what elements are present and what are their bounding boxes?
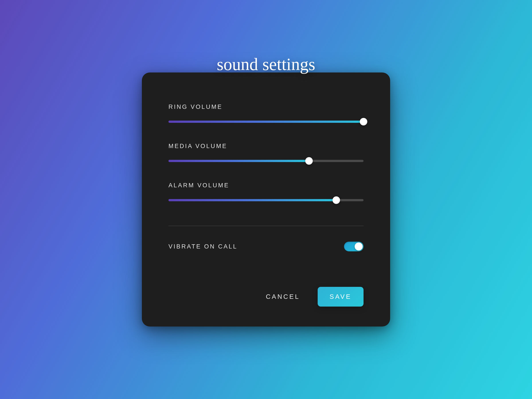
ring-volume-label: RING VOLUME xyxy=(168,103,364,110)
save-button[interactable]: SAVE xyxy=(318,287,364,307)
alarm-volume-setting: ALARM VOLUME xyxy=(168,182,364,201)
media-volume-setting: MEDIA VOLUME xyxy=(168,143,364,162)
toggle-knob-icon xyxy=(355,242,363,250)
alarm-volume-label: ALARM VOLUME xyxy=(168,182,364,189)
vibrate-on-call-toggle[interactable] xyxy=(344,242,364,251)
media-volume-label: MEDIA VOLUME xyxy=(168,143,364,150)
media-volume-thumb[interactable] xyxy=(305,157,313,165)
panel-title: sound settings xyxy=(217,54,315,74)
ring-volume-slider[interactable] xyxy=(168,120,364,123)
media-volume-slider[interactable] xyxy=(168,160,364,162)
media-volume-fill xyxy=(168,160,309,162)
settings-panel: RING VOLUME MEDIA VOLUME ALARM VOLUME VI… xyxy=(142,72,390,327)
ring-volume-thumb[interactable] xyxy=(360,118,367,126)
alarm-volume-slider[interactable] xyxy=(168,199,364,201)
vibrate-on-call-label: VIBRATE ON CALL xyxy=(168,243,238,250)
vibrate-on-call-row: VIBRATE ON CALL xyxy=(168,242,364,251)
action-buttons: CANCEL SAVE xyxy=(168,287,364,307)
ring-volume-setting: RING VOLUME xyxy=(168,103,364,123)
cancel-button[interactable]: CANCEL xyxy=(264,288,302,305)
alarm-volume-thumb[interactable] xyxy=(332,196,340,204)
alarm-volume-fill xyxy=(168,199,336,201)
divider xyxy=(168,226,364,226)
ring-volume-fill xyxy=(168,120,364,123)
